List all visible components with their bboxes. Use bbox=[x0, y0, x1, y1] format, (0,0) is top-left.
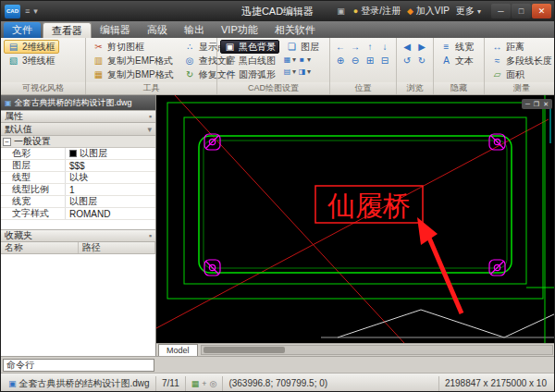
document-tab[interactable]: ▣ 全套古典拱桥的结构设计图.dwg bbox=[1, 95, 155, 110]
color-swatch bbox=[69, 150, 77, 157]
bw-drawing-icon: ◧ bbox=[224, 55, 236, 67]
horizontal-scrollbar[interactable] bbox=[201, 345, 553, 355]
maximize-button[interactable]: □ bbox=[512, 4, 531, 18]
model-tab[interactable]: Model bbox=[158, 344, 198, 356]
prev-view-icon[interactable]: ◀ bbox=[400, 40, 414, 54]
login-button[interactable]: ● 登录/注册 bbox=[353, 5, 401, 18]
group-label-position: 位置 bbox=[330, 82, 396, 94]
chevron-down-icon: ▾ bbox=[292, 67, 296, 76]
tab-viewer[interactable]: 查看器 bbox=[43, 22, 92, 38]
crop-frame-button[interactable]: ✂ 剪切图框 bbox=[89, 40, 178, 54]
tab-file[interactable]: 文件 bbox=[4, 22, 41, 38]
menu-icon[interactable]: ≡ bbox=[25, 6, 30, 16]
measure-area-button[interactable]: ▱ 面积 bbox=[487, 67, 555, 81]
group-label-cad-settings: CAD绘图设置 bbox=[217, 82, 329, 94]
close-button[interactable]: ✕ bbox=[532, 4, 551, 18]
copy-bmp-button[interactable]: ▦ 复制为BMP格式 bbox=[89, 67, 178, 81]
bridge-label: 仙履桥 bbox=[327, 190, 411, 222]
pan-left-icon[interactable]: ← bbox=[333, 40, 348, 54]
cad-canvas[interactable]: 仙履桥 ─ ❐ ✕ bbox=[156, 95, 555, 343]
mdi-minimize-icon[interactable]: ─ bbox=[525, 101, 530, 107]
layer-select[interactable]: ■▾ bbox=[297, 54, 312, 66]
copy-bmp-icon: ▦ bbox=[92, 68, 105, 80]
favorites-path-column[interactable]: 路径 bbox=[79, 242, 156, 253]
pan-right-icon[interactable]: → bbox=[348, 40, 363, 54]
tab-advanced[interactable]: 高级 bbox=[139, 22, 176, 38]
black-background-button[interactable]: ▣ 黑色背景 bbox=[220, 40, 279, 54]
title-bar: 迅捷CAD编辑器 CAD ≡ ▾ ▣ ● 登录/注册 ◆ 加入VIP 更多 ▾ … bbox=[1, 1, 554, 21]
group-hide: ≡ 线宽 A 文本 隐藏 bbox=[434, 38, 485, 94]
zoom-out-icon[interactable]: ⊖ bbox=[348, 54, 363, 67]
group-tools: ✂ 剪切图框 ▥ 复制为EMF格式 ▦ 复制为BMP格式 ∴ 显 bbox=[86, 38, 217, 94]
tab-vip-features[interactable]: VIP功能 bbox=[213, 22, 266, 38]
grid-toggle-icon[interactable]: ▦ bbox=[191, 379, 200, 388]
lineweight-swatch-icon: ◨ bbox=[298, 67, 306, 76]
smooth-arcs-button[interactable]: ◠ 圆滑弧形 bbox=[220, 67, 279, 81]
command-line-input[interactable]: 命令行 bbox=[3, 359, 154, 372]
ribbon: ▤ 2维线框 ▧ 3维线框 可视化风格 ✂ 剪切图框 bbox=[1, 38, 554, 95]
property-row-text-style[interactable]: 文字样式 ROMAND bbox=[1, 208, 155, 220]
tab-editor[interactable]: 编辑器 bbox=[92, 22, 139, 38]
copy-emf-button[interactable]: ▥ 复制为EMF格式 bbox=[89, 54, 178, 67]
settings-icon[interactable]: ▣ bbox=[337, 6, 345, 16]
zoom-in-icon[interactable]: ⊕ bbox=[333, 54, 348, 67]
group-visual-style: ▤ 2维线框 ▧ 3维线框 可视化风格 bbox=[1, 38, 86, 94]
status-toggle-icons: ▦ + ◎ bbox=[186, 376, 224, 391]
bw-line-drawing-button[interactable]: ◧ 黑白线图 bbox=[220, 54, 279, 67]
measure-distance-button[interactable]: ↔ 距离 bbox=[487, 40, 555, 54]
linetype-select[interactable]: ▤▾ bbox=[282, 66, 297, 78]
status-coordinates: (363996.8; 709799.5; 0) bbox=[223, 376, 333, 391]
tab-output[interactable]: 输出 bbox=[176, 22, 213, 38]
wireframe-3d-button[interactable]: ▧ 3维线框 bbox=[4, 54, 59, 67]
osnap-toggle-icon[interactable]: ◎ bbox=[210, 379, 217, 388]
collapse-icon[interactable]: − bbox=[3, 138, 11, 146]
mdi-close-icon[interactable]: ✕ bbox=[543, 101, 549, 108]
wireframe-2d-button[interactable]: ▤ 2维线框 bbox=[4, 40, 59, 54]
lineweight-select[interactable]: ◨▾ bbox=[297, 66, 312, 78]
group-measure: ↔ 距离 ≈ 多段线长度 ▱ 面积 测量 bbox=[485, 38, 555, 94]
hide-lineweight-button[interactable]: ≡ 线宽 bbox=[437, 40, 477, 54]
app-grid-icon: ▣ bbox=[8, 379, 17, 388]
layers-icon: ❏ bbox=[286, 41, 298, 53]
pin-icon[interactable]: ▪ bbox=[149, 112, 152, 121]
pan-down-icon[interactable]: ↓ bbox=[377, 40, 392, 54]
linetype-swatch-icon: ▤ bbox=[283, 67, 291, 76]
pan-up-icon[interactable]: ↑ bbox=[363, 40, 377, 54]
favorites-list[interactable] bbox=[1, 254, 155, 356]
minimize-button[interactable]: ─ bbox=[491, 4, 511, 18]
undo-view-icon[interactable]: ↺ bbox=[400, 54, 414, 67]
chevron-down-icon: ▾ bbox=[307, 67, 311, 76]
app-logo-icon[interactable]: CAD bbox=[5, 5, 20, 18]
favorites-name-column[interactable]: 名称 bbox=[1, 242, 79, 253]
tab-related-software[interactable]: 相关软件 bbox=[266, 22, 324, 38]
measure-polyline-length-button[interactable]: ≈ 多段线长度 bbox=[487, 54, 555, 67]
chevron-down-icon: ▾ bbox=[307, 55, 311, 64]
status-page-indicator: 7/11 bbox=[156, 376, 186, 391]
area-icon: ▱ bbox=[491, 68, 503, 80]
hide-text-button[interactable]: A 文本 bbox=[437, 54, 477, 67]
arc-icon: ◠ bbox=[224, 68, 236, 80]
mdi-window-controls: ─ ❐ ✕ bbox=[522, 99, 552, 109]
group-label-browse: 浏览 bbox=[397, 82, 433, 94]
pin-icon[interactable]: ▪ bbox=[149, 231, 152, 240]
favorites-column-headers: 名称 路径 bbox=[1, 242, 155, 254]
polyline-icon: ≈ bbox=[491, 55, 503, 67]
redo-view-icon[interactable]: ↻ bbox=[414, 54, 429, 67]
layers-button[interactable]: ❏ 图层 bbox=[282, 40, 323, 54]
zoom-extents-icon[interactable]: ⊟ bbox=[377, 54, 392, 67]
zoom-window-icon[interactable]: ⊞ bbox=[363, 54, 377, 67]
status-file-name: ▣ 全套古典拱桥的结构设计图.dwg bbox=[3, 376, 156, 391]
command-line-row: 命令行 bbox=[1, 356, 554, 373]
next-view-icon[interactable]: ▶ bbox=[414, 40, 429, 54]
group-label-visual: 可视化风格 bbox=[1, 82, 85, 94]
color-select[interactable]: ▦▾ bbox=[282, 54, 297, 66]
properties-preset-select[interactable]: 默认值 ▾ bbox=[1, 123, 155, 136]
layer-swatch-icon: ■ bbox=[298, 55, 306, 64]
save-icon[interactable]: ▾ bbox=[33, 6, 38, 16]
scrollbar-thumb[interactable] bbox=[204, 347, 285, 353]
crosshair-toggle-icon[interactable]: + bbox=[202, 379, 206, 388]
lineweight-icon: ≡ bbox=[440, 41, 452, 53]
join-vip-button[interactable]: ◆ 加入VIP bbox=[407, 5, 450, 18]
mdi-restore-icon[interactable]: ❐ bbox=[534, 101, 539, 108]
more-button[interactable]: 更多 ▾ bbox=[456, 5, 481, 18]
